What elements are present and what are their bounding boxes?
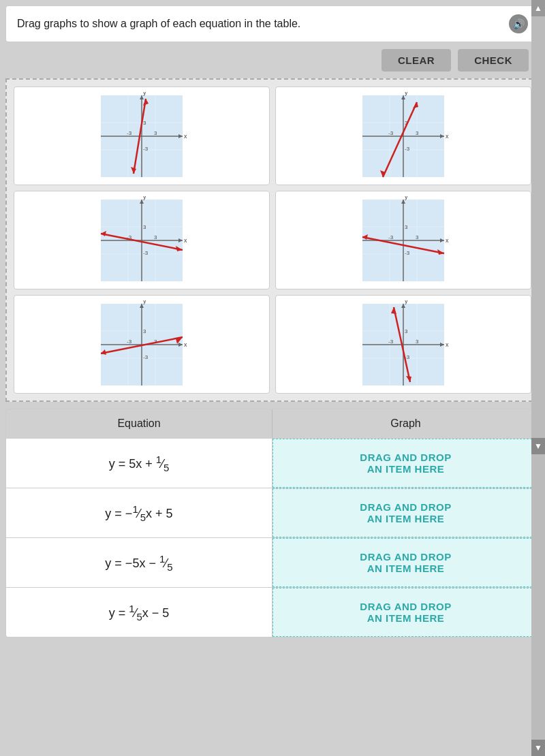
clear-button[interactable]: CLEAR <box>382 49 451 72</box>
equation-1: y = 5x + 1⁄5 <box>6 439 272 488</box>
graph-card-1[interactable]: x y 3 -3 3 -3 <box>14 86 270 185</box>
svg-text:3: 3 <box>143 224 146 230</box>
svg-text:-3: -3 <box>388 234 394 240</box>
table-header: Equation Graph <box>6 409 539 438</box>
svg-text:3: 3 <box>143 120 146 126</box>
speaker-icon[interactable]: 🔊 <box>509 14 528 33</box>
drop-text-line2: AN ITEM HERE <box>367 612 445 624</box>
graph-card-5[interactable]: x y 3 -3 3 -3 <box>14 295 270 394</box>
drop-zone-1[interactable]: DRAG AND DROP AN ITEM HERE <box>272 439 539 488</box>
graph-svg-6: x y 3 -3 3 -3 <box>356 300 451 389</box>
svg-text:-3: -3 <box>388 338 394 345</box>
svg-text:-3: -3 <box>143 146 149 152</box>
svg-text:x: x <box>446 341 449 348</box>
equation-3: y = −5x − 1⁄5 <box>6 538 272 587</box>
graph-svg-4: x y 3 -3 3 -3 <box>356 196 451 285</box>
svg-text:y: y <box>405 300 408 304</box>
col-header-graph: Graph <box>272 409 539 438</box>
graph-svg-3: x y 3 -3 3 -3 <box>94 196 189 285</box>
graph-card-2[interactable]: x y 3 -3 3 -3 <box>275 86 531 185</box>
svg-text:y: y <box>143 196 146 200</box>
scroll-down-arrow-2[interactable]: ▼ <box>531 740 545 756</box>
svg-text:-3: -3 <box>127 130 132 136</box>
svg-text:-3: -3 <box>388 130 394 136</box>
drop-text-line2: AN ITEM HERE <box>367 563 445 574</box>
svg-text:y: y <box>143 300 146 304</box>
table-row: y = 1⁄5x − 5 DRAG AND DROP AN ITEM HERE <box>6 587 539 637</box>
equation-table: Equation Graph y = 5x + 1⁄5 DRAG AND DRO… <box>5 409 540 637</box>
equation-4: y = 1⁄5x − 5 <box>6 588 272 637</box>
svg-text:x: x <box>184 341 187 348</box>
graph-svg-1: x y 3 -3 3 -3 <box>94 92 189 180</box>
drop-text-line1: DRAG AND DROP <box>360 452 451 463</box>
svg-text:3: 3 <box>405 328 408 334</box>
svg-text:y: y <box>143 92 146 96</box>
svg-text:-3: -3 <box>127 338 132 345</box>
instruction-bar: Drag graphs to show a graph of each equa… <box>5 5 540 42</box>
drop-text-line2: AN ITEM HERE <box>367 463 445 475</box>
drop-zone-3[interactable]: DRAG AND DROP AN ITEM HERE <box>272 538 539 587</box>
button-row: CLEAR CHECK <box>5 42 540 78</box>
check-button[interactable]: CHECK <box>458 49 529 72</box>
scroll-down-arrow-1[interactable]: ▼ <box>531 438 545 454</box>
svg-text:3: 3 <box>143 328 146 334</box>
table-row: y = 5x + 1⁄5 DRAG AND DROP AN ITEM HERE <box>6 438 539 488</box>
svg-text:x: x <box>184 237 187 244</box>
svg-text:y: y <box>405 196 408 200</box>
svg-text:3: 3 <box>154 234 157 240</box>
drop-zone-2[interactable]: DRAG AND DROP AN ITEM HERE <box>272 488 539 537</box>
svg-text:3: 3 <box>416 130 419 136</box>
svg-text:y: y <box>405 92 408 96</box>
drop-text-line1: DRAG AND DROP <box>360 551 451 563</box>
svg-text:-3: -3 <box>405 250 410 256</box>
col-header-equation: Equation <box>6 409 272 438</box>
scrollbar: ▲ ▼ ▼ <box>531 0 545 756</box>
drop-text-line1: DRAG AND DROP <box>360 601 451 612</box>
table-row: y = −5x − 1⁄5 DRAG AND DROP AN ITEM HERE <box>6 537 539 587</box>
graph-svg-5: x y 3 -3 3 -3 <box>94 300 189 389</box>
graph-svg-2: x y 3 -3 3 -3 <box>356 92 451 180</box>
svg-text:-3: -3 <box>143 354 149 360</box>
instruction-text: Drag graphs to show a graph of each equa… <box>17 18 300 30</box>
equation-2: y = −1⁄5x + 5 <box>6 488 272 537</box>
scroll-up-arrow[interactable]: ▲ <box>531 0 545 16</box>
svg-text:3: 3 <box>405 224 408 230</box>
svg-text:x: x <box>446 133 449 140</box>
svg-text:3: 3 <box>154 130 157 136</box>
graph-card-4[interactable]: x y 3 -3 3 -3 <box>275 191 531 289</box>
graph-card-6[interactable]: x y 3 -3 3 -3 <box>275 295 531 394</box>
graphs-drag-area: x y 3 -3 3 -3 x y 3 <box>5 78 540 402</box>
drop-text-line2: AN ITEM HERE <box>367 513 445 524</box>
graph-card-3[interactable]: x y 3 -3 3 -3 <box>14 191 270 289</box>
svg-text:3: 3 <box>416 234 419 240</box>
svg-text:3: 3 <box>416 338 419 345</box>
drop-zone-4[interactable]: DRAG AND DROP AN ITEM HERE <box>272 588 539 637</box>
table-row: y = −1⁄5x + 5 DRAG AND DROP AN ITEM HERE <box>6 488 539 537</box>
svg-text:x: x <box>184 133 187 140</box>
svg-text:-3: -3 <box>143 250 149 256</box>
svg-text:-3: -3 <box>405 146 410 152</box>
svg-text:x: x <box>446 237 449 244</box>
drop-text-line1: DRAG AND DROP <box>360 501 451 513</box>
